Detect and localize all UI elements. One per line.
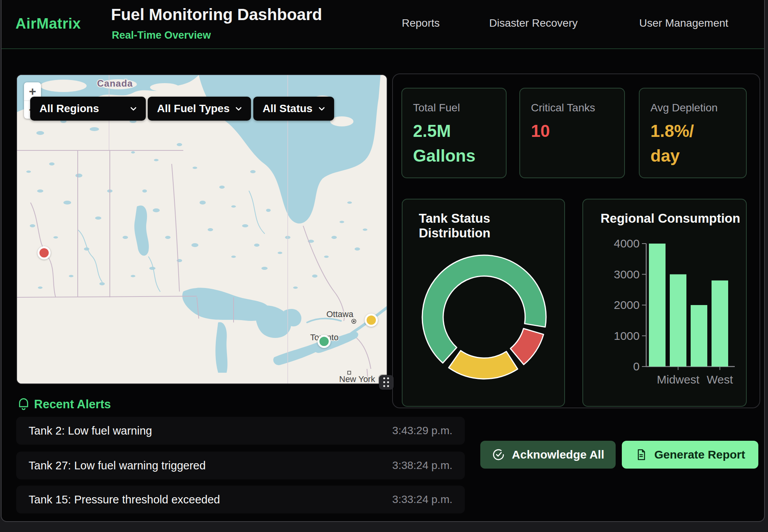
alert-timestamp: 3:33:24 p.m. <box>392 493 452 506</box>
stat-value: 1.8%/day <box>650 119 703 168</box>
stat-label: Critical Tanks <box>531 102 613 114</box>
page-background: AirMatrix Fuel Monitoring Dashboard Real… <box>0 0 768 532</box>
app-window: AirMatrix Fuel Monitoring Dashboard Real… <box>1 0 765 522</box>
map-label-city-new-york: New York <box>339 374 375 384</box>
nav-user-management[interactable]: User Management <box>639 17 728 29</box>
bar-chart-card: Regional Consumption 01000200030004000Mi… <box>582 199 747 407</box>
alert-message: Tank 2: Low fuel warning <box>29 425 152 437</box>
filter-regions-dropdown[interactable]: All Regions <box>30 97 146 121</box>
filter-regions-label: All Regions <box>39 102 99 115</box>
stat-value: 2.5M Gallons <box>413 119 483 168</box>
generate-report-button[interactable]: Generate Report <box>622 441 758 469</box>
stat-value: 10 <box>531 119 613 143</box>
nav-disaster-recovery[interactable]: Disaster Recovery <box>489 17 578 29</box>
alert-row: Tank 15: Pressure threshold exceeded 3:3… <box>16 486 465 513</box>
document-icon <box>635 448 647 461</box>
app-header: AirMatrix Fuel Monitoring Dashboard Real… <box>2 0 764 49</box>
bar-2 <box>691 305 707 367</box>
filter-fuel-types-label: All Fuel Types <box>157 102 230 115</box>
acknowledge-all-label: Acknowledge All <box>512 448 604 461</box>
stat-card-total-fuel: Total Fuel 2.5M Gallons <box>401 88 507 178</box>
map-canvas[interactable]: Canada Toronto Ottawa New York <box>17 75 387 384</box>
stat-label: Avg Depletion <box>650 102 735 114</box>
map-label-city-ottawa: Ottawa <box>326 309 353 319</box>
map-resize-handle[interactable] <box>379 375 394 390</box>
regional-consumption-bar-chart: 01000200030004000MidwestWest <box>583 200 748 408</box>
chevron-down-icon <box>317 104 326 113</box>
alert-row: Tank 2: Low fuel warning 3:43:29 p.m. <box>16 417 465 445</box>
page-subtitle: Real-Time Overview <box>112 29 211 41</box>
bar-chart-ytick: 0 <box>633 360 640 373</box>
map-marker-warning[interactable] <box>365 314 378 327</box>
check-circle-icon <box>492 448 505 461</box>
stat-card-critical-tanks: Critical Tanks 10 <box>519 88 625 178</box>
bell-icon <box>16 396 31 411</box>
stat-label: Total Fuel <box>413 102 495 114</box>
map-label-country: Canada <box>97 78 133 89</box>
bar-chart-xlabel: West <box>707 373 733 386</box>
chevron-down-icon <box>234 104 243 113</box>
map-panel[interactable]: Canada Toronto Ottawa New York + − All R… <box>16 74 387 384</box>
page-title: Fuel Monitoring Dashboard <box>111 5 322 24</box>
filter-status-label: All Status <box>263 102 312 115</box>
bar-chart-ytick: 1000 <box>614 329 640 342</box>
bar-chart-ytick: 4000 <box>614 237 640 250</box>
alert-timestamp: 3:43:29 p.m. <box>392 425 452 437</box>
brand-logo: AirMatrix <box>15 15 81 32</box>
donut-segment-critical <box>510 329 544 365</box>
chevron-down-icon <box>129 104 138 113</box>
map-marker-normal[interactable] <box>317 335 331 348</box>
charts-panel: Total Fuel 2.5M Gallons Critical Tanks 1… <box>392 73 760 408</box>
filter-fuel-types-dropdown[interactable]: All Fuel Types <box>148 97 251 121</box>
alert-timestamp: 3:38:24 p.m. <box>392 459 452 472</box>
bar-0 <box>649 244 666 367</box>
alerts-heading: Recent Alerts <box>34 397 111 411</box>
bar-1 <box>670 275 686 367</box>
bar-chart-xlabel: Midwest <box>657 373 700 386</box>
filter-status-dropdown[interactable]: All Status <box>253 97 334 121</box>
bar-chart-ytick: 3000 <box>614 268 640 281</box>
donut-segment-warning <box>449 351 517 379</box>
stat-card-avg-depletion: Avg Depletion 1.8%/day <box>639 88 747 178</box>
map-marker-critical[interactable] <box>38 246 51 259</box>
bar-chart-ytick: 2000 <box>614 298 640 311</box>
acknowledge-all-button[interactable]: Acknowledge All <box>480 441 616 469</box>
alert-message: Tank 27: Low fuel warning triggered <box>29 459 206 472</box>
alert-row: Tank 27: Low fuel warning triggered 3:38… <box>16 452 465 479</box>
tank-status-donut-chart <box>403 233 566 403</box>
bar-3 <box>712 280 728 367</box>
nav-reports[interactable]: Reports <box>402 17 440 29</box>
generate-report-label: Generate Report <box>654 448 745 461</box>
alert-message: Tank 15: Pressure threshold exceeded <box>29 493 220 506</box>
donut-chart-card: Tank Status Distribution <box>402 199 565 407</box>
